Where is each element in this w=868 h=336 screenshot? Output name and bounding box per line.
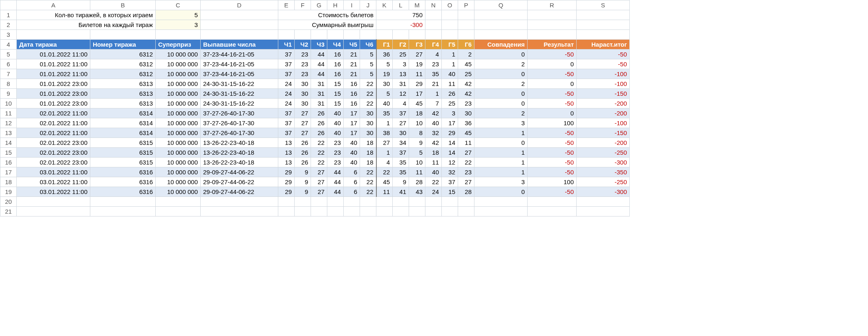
cell-g3[interactable]: 11 bbox=[409, 69, 425, 79]
input-draws[interactable]: 5 bbox=[156, 10, 201, 20]
cell-ch3[interactable]: 27 bbox=[311, 177, 327, 187]
cell-cumulative[interactable]: -350 bbox=[577, 167, 630, 177]
cell-g3[interactable]: 27 bbox=[409, 50, 425, 59]
row-header-16[interactable]: 16 bbox=[0, 158, 17, 167]
cell-ch4[interactable]: 16 bbox=[327, 69, 344, 79]
cell-date[interactable]: 02.01.2022 11:00 bbox=[17, 108, 90, 118]
cell-g3[interactable]: 28 bbox=[409, 177, 425, 187]
cell-date[interactable]: 02.01.2022 11:00 bbox=[17, 118, 90, 128]
cell-g3[interactable]: 9 bbox=[409, 138, 425, 148]
cell-ch1[interactable]: 24 bbox=[278, 79, 295, 89]
cell-prize[interactable]: 10 000 000 bbox=[156, 158, 201, 167]
cell-g3[interactable]: 8 bbox=[409, 128, 425, 138]
cell-g6[interactable]: 27 bbox=[458, 148, 474, 158]
cell-ch1[interactable]: 37 bbox=[278, 118, 295, 128]
col-header-P[interactable]: P bbox=[458, 0, 474, 10]
row-header-3[interactable]: 3 bbox=[0, 30, 17, 40]
header-Результат[interactable]: Результат bbox=[528, 40, 577, 50]
cell-match[interactable]: 3 bbox=[474, 177, 528, 187]
cell-L20[interactable] bbox=[393, 197, 409, 207]
cell-ch5[interactable]: 40 bbox=[344, 148, 360, 158]
cell-S3[interactable] bbox=[577, 30, 630, 40]
cell-ch5[interactable]: 21 bbox=[344, 69, 360, 79]
cell-g2[interactable]: 35 bbox=[393, 158, 409, 167]
cell-match[interactable]: 1 bbox=[474, 128, 528, 138]
row-header-20[interactable]: 20 bbox=[0, 197, 17, 207]
cell-F20[interactable] bbox=[295, 197, 311, 207]
cell-prize[interactable]: 10 000 000 bbox=[156, 108, 201, 118]
cell-g3[interactable]: 11 bbox=[409, 167, 425, 177]
cell-ch5[interactable]: 16 bbox=[344, 89, 360, 99]
cell-cumulative[interactable]: -150 bbox=[577, 89, 630, 99]
cell-g4[interactable]: 4 bbox=[425, 50, 442, 59]
cell-draw-num[interactable]: 6312 bbox=[90, 50, 156, 59]
cell-M21[interactable] bbox=[409, 207, 425, 216]
cell-B3[interactable] bbox=[90, 30, 156, 40]
col-header-K[interactable]: K bbox=[376, 0, 393, 10]
cell-nums[interactable]: 29-09-27-44-06-22 bbox=[201, 177, 278, 187]
cell-date[interactable]: 01.01.2022 23:00 bbox=[17, 79, 90, 89]
cell-match[interactable]: 3 bbox=[474, 118, 528, 128]
cell-g6[interactable]: 23 bbox=[458, 99, 474, 108]
row-header-21[interactable]: 21 bbox=[0, 207, 17, 216]
header-Ч6[interactable]: Ч6 bbox=[360, 40, 376, 50]
cell-P20[interactable] bbox=[458, 197, 474, 207]
cell-g2[interactable]: 13 bbox=[393, 69, 409, 79]
cell-result[interactable]: 100 bbox=[528, 118, 577, 128]
cell-g4[interactable]: 23 bbox=[425, 59, 442, 69]
row-header-4[interactable]: 4 bbox=[0, 40, 17, 50]
cell-nums[interactable]: 37-23-44-16-21-05 bbox=[201, 69, 278, 79]
col-header-H[interactable]: H bbox=[327, 0, 344, 10]
cell-R2[interactable] bbox=[528, 20, 577, 30]
cell-ch3[interactable]: 26 bbox=[311, 108, 327, 118]
cell-ch2[interactable]: 30 bbox=[295, 79, 311, 89]
cell-ch6[interactable]: 30 bbox=[360, 108, 376, 118]
col-header-G[interactable]: G bbox=[311, 0, 327, 10]
cell-g6[interactable]: 28 bbox=[458, 187, 474, 197]
cell-D3[interactable] bbox=[201, 30, 278, 40]
cell-draw-num[interactable]: 6315 bbox=[90, 148, 156, 158]
cell-ch2[interactable]: 23 bbox=[295, 50, 311, 59]
cell-ch2[interactable]: 23 bbox=[295, 69, 311, 79]
cell-ch5[interactable]: 40 bbox=[344, 138, 360, 148]
cell-g4[interactable]: 1 bbox=[425, 89, 442, 99]
label-ticket-cost[interactable]: Стоимость билетов bbox=[278, 10, 376, 20]
col-header-N[interactable]: N bbox=[425, 0, 442, 10]
cell-nums[interactable]: 29-09-27-44-06-22 bbox=[201, 187, 278, 197]
cell-prize[interactable]: 10 000 000 bbox=[156, 167, 201, 177]
cell-ch3[interactable]: 31 bbox=[311, 89, 327, 99]
cell-ch6[interactable]: 30 bbox=[360, 128, 376, 138]
cell-g5[interactable]: 17 bbox=[442, 118, 458, 128]
cell-g5[interactable]: 14 bbox=[442, 138, 458, 148]
cell-cumulative[interactable]: -100 bbox=[577, 69, 630, 79]
cell-ch6[interactable]: 5 bbox=[360, 59, 376, 69]
cell-g2[interactable]: 12 bbox=[393, 89, 409, 99]
cell-J3[interactable] bbox=[360, 30, 376, 40]
cell-g3[interactable]: 18 bbox=[409, 108, 425, 118]
cell-match[interactable]: 2 bbox=[474, 108, 528, 118]
cell-g1[interactable]: 19 bbox=[376, 69, 393, 79]
cell-prize[interactable]: 10 000 000 bbox=[156, 50, 201, 59]
row-header-5[interactable]: 5 bbox=[0, 50, 17, 59]
cell-ch6[interactable]: 22 bbox=[360, 167, 376, 177]
cell-C3[interactable] bbox=[156, 30, 201, 40]
cell-prize[interactable]: 10 000 000 bbox=[156, 138, 201, 148]
cell-date[interactable]: 02.01.2022 23:00 bbox=[17, 138, 90, 148]
cell-ch6[interactable]: 22 bbox=[360, 187, 376, 197]
header-Г3[interactable]: Г3 bbox=[409, 40, 425, 50]
cell-draw-num[interactable]: 6316 bbox=[90, 187, 156, 197]
header-Номер тиража[interactable]: Номер тиража bbox=[90, 40, 156, 50]
cell-O1[interactable] bbox=[442, 10, 458, 20]
cell-ch1[interactable]: 37 bbox=[278, 69, 295, 79]
header-Нараст.итог[interactable]: Нараст.итог bbox=[577, 40, 630, 50]
cell-ch1[interactable]: 24 bbox=[278, 89, 295, 99]
cell-date[interactable]: 03.01.2022 11:00 bbox=[17, 167, 90, 177]
cell-ch6[interactable]: 18 bbox=[360, 158, 376, 167]
cell-g1[interactable]: 38 bbox=[376, 128, 393, 138]
cell-M3[interactable] bbox=[409, 30, 425, 40]
cell-g4[interactable]: 35 bbox=[425, 69, 442, 79]
cell-ch2[interactable]: 26 bbox=[295, 158, 311, 167]
header-Дата тиража[interactable]: Дата тиража bbox=[17, 40, 90, 50]
label-total-win[interactable]: Суммарный выигрыш bbox=[278, 20, 376, 30]
cell-nums[interactable]: 29-09-27-44-06-22 bbox=[201, 167, 278, 177]
